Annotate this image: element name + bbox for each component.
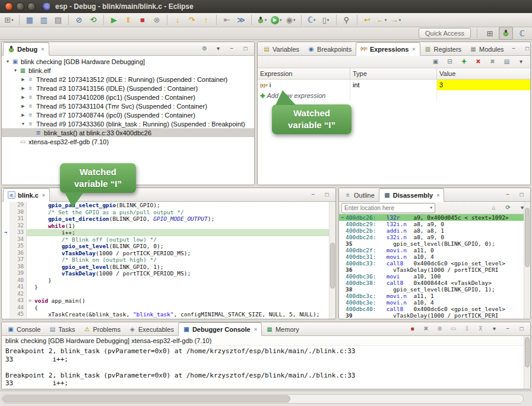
expression-row[interactable]: (x)= i int 3: [258, 80, 530, 90]
run-icon[interactable]: ▶▾: [270, 14, 283, 26]
disassembly-row[interactable]: 400dbc2b: addi.n a8, a8, 1: [339, 227, 530, 234]
dropdown-arrow-icon[interactable]: ▾: [385, 18, 387, 23]
close-icon[interactable]: ×: [42, 192, 45, 198]
cpp-perspective-button[interactable]: ℂ: [515, 27, 528, 39]
print-icon[interactable]: ▤: [52, 14, 65, 26]
maximize-icon[interactable]: □: [522, 44, 531, 53]
editor-line-43[interactable]: 43⊖void app_main(): [2, 297, 335, 304]
window-close-button[interactable]: [5, 2, 13, 11]
editor-line-35[interactable]: 35 gpio_set_level(BLINK_GPIO, 0);: [2, 243, 335, 250]
dropdown-arrow-icon[interactable]: ▾: [265, 18, 267, 23]
editor-line-37[interactable]: 37 /* Blink on (output high) */: [2, 256, 335, 264]
remove-all-launches-icon[interactable]: ⊗: [434, 324, 445, 334]
minimize-icon[interactable]: −: [226, 44, 238, 53]
tab-executables[interactable]: ◈Executables: [125, 323, 178, 335]
tab-memory[interactable]: ▦Memory: [262, 323, 303, 335]
back-icon[interactable]: ←▾: [375, 14, 388, 26]
view-menu-icon[interactable]: ▾: [489, 324, 500, 334]
debug-tree-item[interactable]: ▶≡Thread #5 1073431104 (Tmr Svc) (Suspen…: [2, 102, 254, 110]
editor-line-36[interactable]: 36 vTaskDelay(1000 / portTICK_PERIOD_MS)…: [2, 250, 335, 257]
disassembly-row[interactable]: 400dbc36: movi a10, 100: [339, 273, 530, 280]
remove-launch-icon[interactable]: ✖: [420, 324, 432, 334]
expander-icon[interactable]: ▶: [20, 86, 27, 91]
editor-line-33[interactable]: →33 i++;: [2, 229, 335, 236]
disassembly-row[interactable]: 400dbc2d: s32i.n a8, a9, 0: [339, 234, 530, 240]
disassembly-row[interactable]: 38 gpio_set_level(BLINK_GPIO, 1);: [339, 286, 530, 293]
external-tools-icon[interactable]: ◉▾: [284, 14, 297, 26]
debug-tree-item[interactable]: ▼▣blink checking [GDB Hardware Debugging…: [2, 57, 254, 66]
tab-blink-c[interactable]: c blink.c ×: [3, 188, 50, 202]
save-icon[interactable]: ▦: [23, 14, 36, 26]
open-perspective-icon[interactable]: ⊞: [483, 27, 496, 39]
disassembly-row[interactable]: 400dbc2f: movi.n a11, 0: [339, 247, 530, 253]
suspend-icon[interactable]: ‖: [122, 14, 135, 26]
debug-tree-item[interactable]: ▶≡Thread #7 1073408744 (ipc0) (Suspended…: [2, 110, 254, 119]
editor-line-39[interactable]: 39 vTaskDelay(1000 / portTICK_PERIOD_MS)…: [2, 270, 335, 277]
close-icon[interactable]: ×: [436, 192, 439, 198]
minimize-icon[interactable]: −: [508, 44, 520, 53]
maximize-icon[interactable]: □: [516, 324, 527, 334]
close-icon[interactable]: ×: [254, 326, 257, 332]
expander-icon[interactable]: ▼: [20, 122, 27, 126]
console-vertical-scrollbar[interactable]: [524, 336, 530, 389]
disassembly-row[interactable]: 400dbc31: movi.n a10, 4: [339, 253, 530, 260]
expander-icon[interactable]: ▶: [20, 95, 27, 100]
close-icon[interactable]: ×: [41, 46, 44, 52]
disassembly-row[interactable]: 400dbc29: l32i.n a8, a9, 0: [339, 221, 530, 227]
maximize-icon[interactable]: □: [240, 44, 251, 53]
tab-debug[interactable]: Debug ×: [3, 42, 49, 56]
home-icon[interactable]: ⌂: [488, 203, 499, 212]
horizontal-scrollbar[interactable]: [1, 394, 524, 404]
fold-marker-icon[interactable]: ⊖: [27, 297, 33, 304]
editor-line-32[interactable]: 32 while(1): [2, 223, 335, 230]
minimize-icon[interactable]: −: [502, 324, 514, 334]
tab-tasks[interactable]: ▤Tasks: [45, 323, 79, 335]
step-into-icon[interactable]: ↓: [171, 14, 184, 26]
view-gears-icon[interactable]: ⚙: [199, 44, 210, 53]
refresh-icon[interactable]: ⟳: [502, 203, 514, 212]
chevron-down-icon[interactable]: ▾: [430, 205, 432, 210]
new-wizard-icon[interactable]: ⊞▾: [2, 14, 15, 26]
tab-breakpoints[interactable]: ◉Breakpoints: [303, 43, 356, 55]
column-type[interactable]: Type: [350, 68, 437, 79]
tab-outline[interactable]: ≡Outline: [340, 189, 379, 201]
column-expression[interactable]: Expression: [258, 68, 350, 79]
editor-line-30[interactable]: 30 /* Set the GPIO as a push/pull output…: [2, 209, 335, 216]
disassembly-row[interactable]: →400dbc26: l32r a9, 0x400d045c < stext+1…: [339, 214, 530, 221]
quick-access-button[interactable]: Quick Access: [419, 28, 471, 39]
search-icon[interactable]: ⚲: [340, 14, 353, 26]
tab-problems[interactable]: ⚠Problems: [79, 323, 124, 335]
minimize-icon[interactable]: −: [502, 190, 514, 199]
tab-expressions[interactable]: (x)=Expressions×: [356, 42, 420, 56]
dropdown-arrow-icon[interactable]: ▾: [327, 18, 330, 23]
dropdown-arrow-icon[interactable]: ▾: [280, 18, 282, 23]
editor-line-45[interactable]: 45 xTaskCreate(&blink_task, "blink_task"…: [2, 311, 335, 318]
editor-line-31[interactable]: 31 gpio_set_direction(BLINK_GPIO, GPIO_M…: [2, 215, 335, 223]
debug-icon[interactable]: ▾: [255, 14, 268, 26]
expander-icon[interactable]: ▶: [20, 113, 27, 118]
last-edit-location-icon[interactable]: ↩: [361, 14, 374, 26]
tab-debugger-console[interactable]: ▣Debugger Console×: [178, 322, 262, 336]
editor-vertical-scrollbar[interactable]: [329, 202, 335, 319]
remove-expression-icon[interactable]: ✖: [473, 57, 484, 66]
editor-line-42[interactable]: 42: [2, 291, 335, 298]
pin-console-icon[interactable]: ⊼: [475, 324, 486, 334]
expander-icon[interactable]: ▶: [20, 77, 27, 82]
new-c-project-icon[interactable]: ℂ▾: [305, 14, 318, 26]
expression-value[interactable]: 3: [437, 80, 530, 90]
location-input[interactable]: Enter location here ▾: [341, 203, 435, 213]
maximize-icon[interactable]: □: [321, 190, 332, 199]
editor-line-38[interactable]: 38 gpio_set_level(BLINK_GPIO, 1);: [2, 264, 335, 271]
restart-icon[interactable]: ⟲: [87, 14, 100, 26]
expander-icon[interactable]: ▼: [12, 68, 19, 72]
expander-icon[interactable]: ▼: [4, 59, 11, 64]
skip-all-breakpoints-icon[interactable]: ⊘: [72, 14, 86, 26]
expander-icon[interactable]: ▶: [20, 104, 27, 109]
step-over-icon[interactable]: ↷: [185, 14, 198, 26]
view-menu-icon[interactable]: ▾: [213, 44, 224, 53]
tab-variables[interactable]: ▤Variables: [259, 43, 303, 55]
editor-line-29[interactable]: 29 gpio_pad_select_gpio(BLINK_GPIO);: [2, 202, 335, 209]
resume-icon[interactable]: ▶: [107, 14, 121, 26]
maximize-icon[interactable]: □: [516, 190, 527, 199]
editor-line-40[interactable]: 40 }: [2, 277, 335, 284]
